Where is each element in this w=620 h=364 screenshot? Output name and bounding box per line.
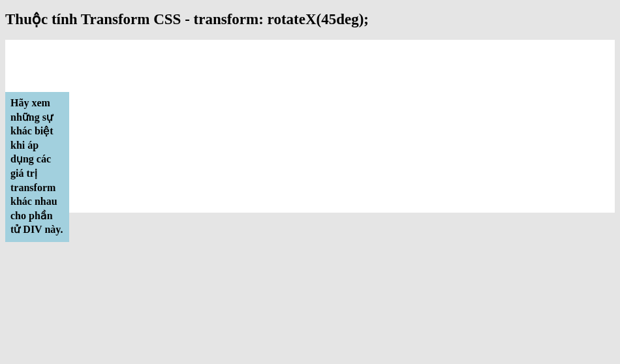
- transform-demo-box: Hãy xem những sự khác biệt khi áp dụng c…: [5, 92, 69, 242]
- page-title: Thuộc tính Transform CSS - transform: ro…: [5, 10, 615, 28]
- demo-panel: Hãy xem những sự khác biệt khi áp dụng c…: [5, 40, 615, 213]
- page-container: Thuộc tính Transform CSS - transform: ro…: [0, 0, 620, 218]
